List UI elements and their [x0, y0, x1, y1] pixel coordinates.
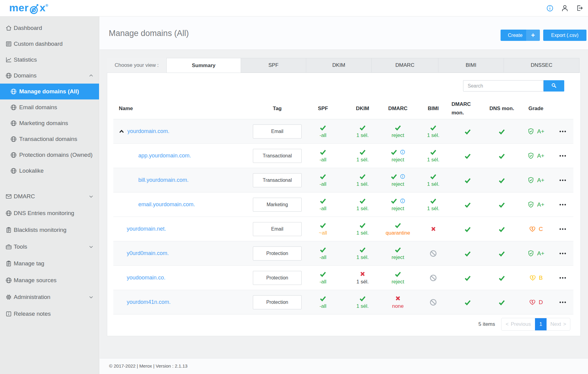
dkim-cell: 1 sél.: [344, 217, 381, 241]
grade-cell: A+: [520, 241, 552, 265]
row-actions-button[interactable]: [552, 266, 573, 290]
sidebar-item-custom-dashboard[interactable]: Custom dashboard: [0, 36, 99, 52]
sidebar-item-dashboard[interactable]: Dashboard: [0, 20, 99, 36]
domain-link[interactable]: bill.yourdomain.com.: [138, 177, 189, 183]
tab-dmarc[interactable]: DMARC: [372, 58, 438, 73]
tab-summary[interactable]: Summary: [166, 58, 241, 73]
collapse-caret-icon[interactable]: [118, 128, 125, 135]
sidebar-item-protection-domains-owned[interactable]: Protection domains (Owned): [0, 147, 99, 163]
domains-card: NameTagSPFDKIMDMARCBIMIDMARC mon.DNS mon…: [107, 73, 581, 336]
tag-badge: Protection: [253, 246, 302, 261]
row-actions-button[interactable]: [552, 119, 573, 143]
dmarc-cell: reject: [381, 119, 415, 143]
dns-mon-cell: [484, 290, 520, 314]
tab-bimi[interactable]: BIMI: [438, 58, 504, 73]
row-actions-button[interactable]: [552, 290, 573, 314]
grade-letter: C: [539, 226, 543, 232]
sidebar-item-blacklists-monitoring[interactable]: Blacklists monitoring: [0, 221, 99, 238]
info-icon[interactable]: [400, 149, 406, 155]
table-row: yourdom41n.com.Protection-all1 sél.noneD: [113, 290, 573, 315]
tab-dkim[interactable]: DKIM: [306, 58, 372, 73]
domain-link[interactable]: y0urd0main.com.: [127, 250, 169, 257]
sidebar-item-dmarc[interactable]: DMARC: [0, 188, 99, 205]
globe-icon: [5, 277, 12, 284]
sidebar-item-domains[interactable]: Domains: [0, 68, 99, 84]
sidebar-item-manage-domains-all[interactable]: Manage domains (All): [0, 84, 99, 99]
dns-mon-cell: [484, 266, 520, 290]
row-actions-button[interactable]: [552, 217, 573, 241]
table-row: y0urd0main.com.Protection-all1 sél.rejec…: [113, 241, 573, 266]
column-header-spf: SPF: [302, 98, 344, 119]
table-row: yourdomain.net.Email~all1 sél.quarantine…: [113, 217, 573, 241]
domain-link[interactable]: email.yourdomain.com.: [138, 201, 195, 208]
grade-cell: D: [520, 290, 552, 314]
domain-link[interactable]: yourdomain.com.: [127, 128, 169, 135]
logout-icon[interactable]: [576, 4, 584, 12]
sidebar-item-statistics[interactable]: Statistics: [0, 52, 99, 68]
search-button[interactable]: [544, 80, 564, 92]
tab-dnssec[interactable]: DNSSEC: [504, 58, 579, 73]
info-icon[interactable]: [400, 174, 406, 179]
tag-cell: Protection: [253, 241, 302, 265]
bimi-value: 1 sél.: [415, 132, 452, 138]
row-actions-button[interactable]: [552, 168, 573, 192]
sidebar-item-tools[interactable]: Tools: [0, 238, 99, 255]
info-icon[interactable]: [400, 198, 406, 204]
x-icon: [430, 225, 437, 232]
spf-cell: -all: [302, 241, 344, 265]
sidebar-item-label: Release notes: [14, 311, 51, 317]
plus-icon[interactable]: +: [526, 30, 540, 41]
actions-cell: [552, 119, 573, 143]
check-icon: [390, 197, 398, 204]
sidebar-item-transactional-domains[interactable]: Transactional domains: [0, 131, 99, 147]
merox-logo[interactable]: mer x ®: [9, 2, 48, 14]
sidebar-item-lookalike[interactable]: Lookalike: [0, 163, 99, 179]
user-icon[interactable]: [561, 4, 569, 12]
dns-mon-cell: [484, 144, 520, 168]
bimi-cell: [415, 241, 452, 265]
export-csv-button[interactable]: Export (.csv): [543, 30, 586, 41]
check-icon: [319, 221, 327, 229]
row-actions-button[interactable]: [552, 144, 573, 168]
sidebar-item-email-domains[interactable]: Email domains: [0, 99, 99, 115]
domain-link[interactable]: youdoomain.co.: [127, 275, 165, 281]
briefcase-icon: [5, 243, 12, 250]
ban-icon: [429, 250, 437, 257]
grade-cell: A+: [520, 168, 552, 192]
actions-cell: [552, 266, 573, 290]
sidebar-item-manage-sources[interactable]: Manage sources: [0, 272, 99, 289]
current-page-button[interactable]: 1: [535, 318, 547, 330]
grade-letter: D: [539, 299, 543, 306]
gear-icon: [5, 293, 12, 300]
check-icon: [359, 295, 366, 302]
dmarc-value: none: [381, 303, 415, 309]
spf-cell: -all: [302, 290, 344, 314]
row-actions-button[interactable]: [552, 241, 573, 265]
sidebar-item-manage-tag[interactable]: Manage tag: [0, 255, 99, 272]
tag-cell: Protection: [253, 266, 302, 290]
ban-icon: [429, 274, 437, 282]
logo-text-pre: mer: [9, 2, 29, 14]
article-icon: [5, 41, 12, 48]
next-page-button[interactable]: Next>: [547, 318, 570, 330]
grade-cell: A+: [520, 192, 552, 217]
dmarc-value: quarantine: [381, 230, 415, 236]
domain-link[interactable]: yourdom41n.com.: [127, 299, 171, 305]
sidebar-item-dns-entries-monitoring[interactable]: DNS Entries monitoring: [0, 205, 99, 221]
sidebar-item-marketing-domains[interactable]: Marketing domains: [0, 115, 99, 131]
create-button[interactable]: Create+: [501, 30, 540, 41]
dkim-cell: 1 sél.: [344, 241, 381, 265]
check-icon: [394, 221, 402, 229]
dkim-cell: 1 sél.: [344, 119, 381, 143]
search-input[interactable]: [463, 80, 544, 92]
dkim-value: 1 sél.: [344, 303, 381, 309]
domain-link[interactable]: yourdomain.net.: [127, 226, 166, 232]
domain-link[interactable]: app.yourdomain.com.: [138, 153, 191, 159]
tab-spf[interactable]: SPF: [241, 58, 306, 73]
previous-page-button[interactable]: <Previous: [501, 318, 535, 330]
grade-cell: C: [520, 217, 552, 241]
sidebar-item-administration[interactable]: Administration: [0, 289, 99, 305]
info-icon[interactable]: [546, 4, 554, 12]
sidebar-item-release-notes[interactable]: Release notes: [0, 305, 99, 322]
row-actions-button[interactable]: [552, 192, 573, 217]
